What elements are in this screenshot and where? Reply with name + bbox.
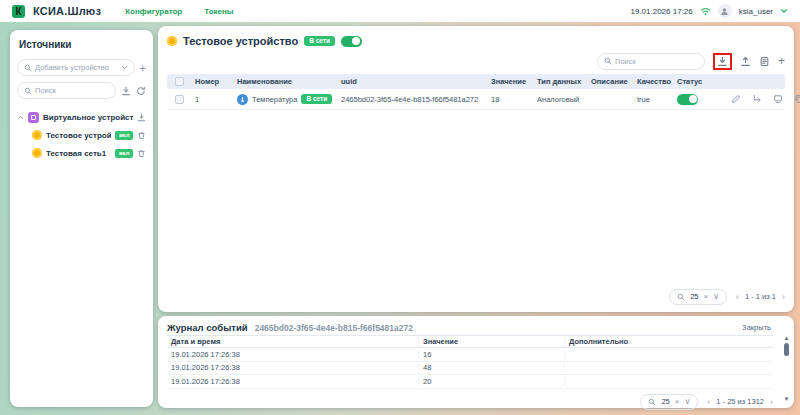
cell-datatype: Аналоговый xyxy=(533,95,587,104)
device-icon xyxy=(32,130,42,140)
chevron-down-icon[interactable] xyxy=(121,65,128,70)
cell-name: Температура xyxy=(252,95,297,104)
log-row[interactable]: 19.01.2026 17:26:38 14 xyxy=(167,389,773,392)
add-parameter-button[interactable]: + xyxy=(778,54,785,68)
col-header-datatype[interactable]: Тип данных xyxy=(533,77,587,86)
col-header-name[interactable]: Наименование xyxy=(233,77,337,86)
device-pagination: 25 × ∨ ‹ 1 - 1 из 1 › xyxy=(167,288,785,305)
scroll-up-icon[interactable]: ▲ xyxy=(784,335,790,342)
next-page-button[interactable]: › xyxy=(782,292,785,302)
tree-item-label: Тестовое устройство xyxy=(46,131,111,140)
prev-page-button[interactable]: ‹ xyxy=(736,292,739,302)
import-download-icon[interactable] xyxy=(717,56,728,67)
col-header-status[interactable]: Статус xyxy=(673,77,719,86)
cell-uuid: 2465bd02-3f65-4e4e-b815-f66f5481a272 xyxy=(337,95,487,104)
top-bar: К КСИА.Шлюз Конфигуратор Токены 19.01.20… xyxy=(0,0,800,22)
cell-number: 1 xyxy=(191,95,233,104)
col-header-uuid[interactable]: uuid xyxy=(337,77,487,86)
export-upload-icon[interactable] xyxy=(740,56,751,67)
trash-icon[interactable] xyxy=(137,149,146,158)
copy-icon[interactable] xyxy=(794,94,800,104)
scrollbar-thumb[interactable] xyxy=(784,343,789,356)
col-header-description[interactable]: Описание xyxy=(587,77,633,86)
tree-item-test-device[interactable]: Тестовое устройство вкл xyxy=(17,126,146,144)
download-icon[interactable] xyxy=(121,86,131,96)
log-col-datetime[interactable]: Дата и время xyxy=(167,337,419,346)
log-row[interactable]: 19.01.2026 17:26:38 16 xyxy=(167,348,773,362)
table-row[interactable]: 1 Температура В сети 2465bd02-3f65-4e4e-… xyxy=(167,89,785,110)
log-prev-page-button[interactable]: ‹ xyxy=(707,397,710,407)
user-menu-chevron-down-icon[interactable] xyxy=(780,8,788,14)
scroll-down-icon[interactable]: ▼ xyxy=(784,396,790,403)
log-rows-viewport: 19.01.2026 17:26:38 16 19.01.2026 17:26:… xyxy=(167,348,773,391)
tree-root-virtual-device[interactable]: Виртуальное устройство (2) xyxy=(17,108,146,126)
log-next-page-button[interactable]: › xyxy=(770,397,773,407)
col-header-value[interactable]: Значение xyxy=(487,77,533,86)
sources-tree: Виртуальное устройство (2) Тестовое устр… xyxy=(17,108,146,162)
nav-configurator[interactable]: Конфигуратор xyxy=(125,7,182,16)
table-search-box[interactable] xyxy=(597,53,705,70)
document-icon[interactable] xyxy=(759,56,770,67)
page-size-select[interactable]: 25 × ∨ xyxy=(669,289,727,305)
tree-root-label: Виртуальное устройство (2) xyxy=(43,113,133,122)
device-enabled-toggle[interactable] xyxy=(341,36,362,47)
device-icon xyxy=(32,148,42,158)
tree-item-test-network[interactable]: Тестовая сеть1 вкл xyxy=(17,144,146,162)
log-cell-datetime: 19.01.2026 17:26:38 xyxy=(167,350,419,359)
trash-icon[interactable] xyxy=(137,131,146,140)
app-screen: К КСИА.Шлюз Конфигуратор Токены 19.01.20… xyxy=(0,0,800,415)
wifi-icon xyxy=(700,6,711,16)
close-link[interactable]: Закрыть xyxy=(742,323,771,332)
device-panel-title: Тестовое устройство xyxy=(183,35,298,47)
clear-icon[interactable]: × xyxy=(675,397,680,406)
device-toolbar: + xyxy=(167,51,785,71)
log-scrollbar[interactable]: ▲ ▼ xyxy=(782,335,791,403)
log-col-value[interactable]: Значение xyxy=(419,337,565,346)
row-checkbox[interactable] xyxy=(175,95,184,104)
row-status-toggle[interactable] xyxy=(677,94,698,105)
cell-value: 18 xyxy=(487,95,533,104)
select-all-checkbox[interactable] xyxy=(175,77,184,86)
temperature-icon xyxy=(237,94,248,105)
sidebar-search-box[interactable] xyxy=(17,82,116,99)
app-title: КСИА.Шлюз xyxy=(33,5,101,17)
page-range-label: 1 - 1 из 1 xyxy=(745,292,776,301)
col-header-quality[interactable]: Качество xyxy=(633,77,673,86)
download-icon[interactable] xyxy=(137,113,146,122)
add-device-combobox[interactable] xyxy=(17,59,135,76)
event-log-uuid: 2465bd02-3f65-4e4e-b815-f66f5481a272 xyxy=(255,323,413,333)
table-search-input[interactable] xyxy=(615,57,698,66)
forward-arrow-icon[interactable] xyxy=(752,94,762,104)
search-icon xyxy=(648,398,656,406)
log-page-size-select[interactable]: 25 × ∨ xyxy=(640,394,698,410)
col-header-number[interactable]: Номер xyxy=(191,77,233,86)
table-header-row: Номер Наименование uuid Значение Тип дан… xyxy=(167,74,785,89)
log-col-extra[interactable]: Дополнительно xyxy=(565,337,773,346)
clear-icon[interactable]: × xyxy=(703,292,708,301)
add-device-button[interactable]: + xyxy=(140,62,146,74)
chevron-down-icon[interactable]: ∨ xyxy=(684,397,690,406)
row-online-badge: В сети xyxy=(301,94,332,105)
log-page-range-label: 1 - 25 из 1312 xyxy=(716,397,764,406)
device-icon xyxy=(167,36,177,46)
event-log-title: Журнал событий xyxy=(167,322,248,333)
sidebar-search-input[interactable] xyxy=(35,86,109,95)
tree-item-label: Тестовая сеть1 xyxy=(46,149,111,158)
sources-sidebar: Источники + xyxy=(10,30,153,407)
user-avatar[interactable] xyxy=(718,4,732,18)
collapse-chevron-up-icon[interactable] xyxy=(17,115,24,120)
log-page-size-value: 25 xyxy=(661,397,669,406)
device-card-icon[interactable] xyxy=(773,94,783,104)
log-pagination: 25 × ∨ ‹ 1 - 25 из 1312 › xyxy=(167,393,773,410)
add-device-input[interactable] xyxy=(35,63,118,72)
search-icon xyxy=(604,57,612,65)
log-row[interactable]: 19.01.2026 17:26:38 20 xyxy=(167,375,773,389)
app-logo-icon: К xyxy=(12,5,25,18)
log-row[interactable]: 19.01.2026 17:26:38 48 xyxy=(167,362,773,376)
page-size-value: 25 xyxy=(690,292,698,301)
chevron-down-icon[interactable]: ∨ xyxy=(713,292,719,301)
nav-tokens[interactable]: Токены xyxy=(204,7,233,16)
refresh-icon[interactable] xyxy=(136,86,146,96)
edit-pencil-icon[interactable] xyxy=(731,94,741,104)
annotation-highlight-box xyxy=(713,53,732,70)
